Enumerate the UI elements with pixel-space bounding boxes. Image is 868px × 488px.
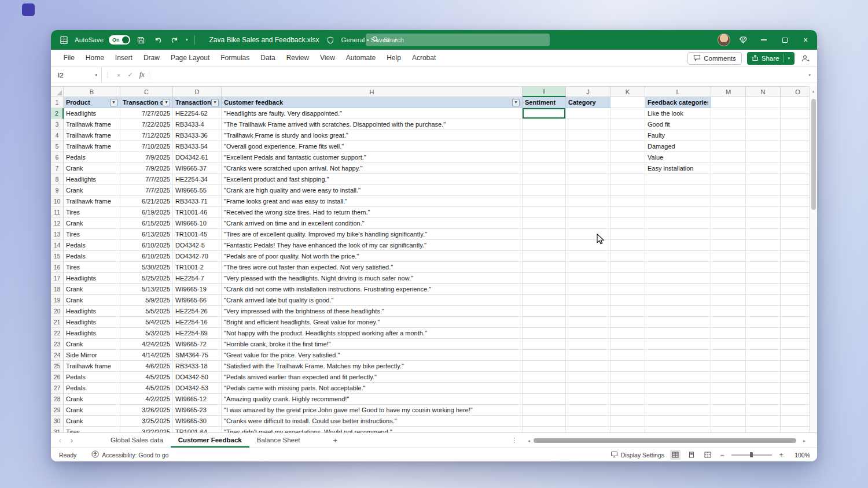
cell-H16[interactable]: "The tires wore out faster than expected… [222,262,523,273]
cell-K31[interactable] [610,427,645,432]
search-box[interactable]: Search [366,34,550,46]
cell-J17[interactable] [566,273,610,284]
cell-L21[interactable] [645,317,711,328]
cell-B15[interactable]: Pedals [64,251,120,262]
cell-I15[interactable] [523,251,566,262]
cell-D4[interactable]: RB3433-36 [173,130,222,141]
cell-L16[interactable] [645,262,711,273]
cell-L31[interactable] [645,427,711,432]
cell-N10[interactable] [746,196,781,207]
cell-L23[interactable] [645,339,711,350]
ready-status[interactable]: Ready [59,452,76,459]
cell-I24[interactable] [523,350,566,361]
cell-B24[interactable]: Side Mirror [64,350,120,361]
column-header-M[interactable]: M [711,87,746,97]
cell-M21[interactable] [711,317,746,328]
cell-C11[interactable]: 6/19/2025 [120,207,173,218]
cell-M15[interactable] [711,251,746,262]
cell-C16[interactable]: 5/30/2025 [120,262,173,273]
sheet-tab-customer-feedback[interactable]: Customer Feedback [171,433,249,448]
save-icon[interactable] [135,34,147,46]
row-header-1[interactable]: 1 [51,97,64,108]
cell-J8[interactable] [566,174,610,185]
cell-H5[interactable]: "Overall good experience. Frame fits wel… [222,141,523,152]
header-cell-transaction-da[interactable]: Transaction da▾ [120,97,173,108]
cell-N3[interactable] [746,119,781,130]
cell-I26[interactable] [523,372,566,383]
cell-D27[interactable]: DO4342-53 [173,383,222,394]
cell-N27[interactable] [746,383,781,394]
cell-J23[interactable] [566,339,610,350]
cell-M18[interactable] [711,284,746,295]
cell-B23[interactable]: Crank [64,339,120,350]
cell-J5[interactable] [566,141,610,152]
cell-H9[interactable]: "Crank are high quality and were easy to… [222,185,523,196]
cell-I9[interactable] [523,185,566,196]
redo-chevron-icon[interactable]: ▾ [186,38,188,42]
cell-H14[interactable]: "Fantastic Pedals! They have enhanced th… [222,240,523,251]
cell-N18[interactable] [746,284,781,295]
cell-B3[interactable]: Trailhawk frame [64,119,120,130]
cell-H12[interactable]: "Crank arrived on time and in excellent … [222,218,523,229]
column-header-L[interactable]: L [645,87,711,97]
cell-L3[interactable]: Good fit [645,119,711,130]
cell-N15[interactable] [746,251,781,262]
cell-H23[interactable]: "Horrible crank, broke it the first time… [222,339,523,350]
sheet-tab-global-sales-data[interactable]: Global Sales data [103,433,171,448]
cell-J26[interactable] [566,372,610,383]
cell-M19[interactable] [711,295,746,306]
menu-tab-draw[interactable]: Draw [138,50,165,66]
cell-L18[interactable] [645,284,711,295]
cell-K25[interactable] [610,361,645,372]
cell-K5[interactable] [610,141,645,152]
cell-M25[interactable] [711,361,746,372]
cell-N21[interactable] [746,317,781,328]
cell-B19[interactable]: Crank [64,295,120,306]
cell-D12[interactable]: WI9665-10 [173,218,222,229]
cell-C14[interactable]: 6/10/2025 [120,240,173,251]
cell-J20[interactable] [566,306,610,317]
cell-L25[interactable] [645,361,711,372]
close-button[interactable]: × [795,30,816,50]
cell-L27[interactable] [645,383,711,394]
cell-H21[interactable]: "Bright and efficient headlights. Great … [222,317,523,328]
share-button[interactable]: Share ▾ [747,52,795,65]
cell-J6[interactable] [566,152,610,163]
cell-D21[interactable]: HE2254-16 [173,317,222,328]
cell-B9[interactable]: Crank [64,185,120,196]
cell-N4[interactable] [746,130,781,141]
cell-K8[interactable] [610,174,645,185]
cell-K20[interactable] [610,306,645,317]
cell-J21[interactable] [566,317,610,328]
cell-J31[interactable] [566,427,610,432]
cell-L28[interactable] [645,394,711,405]
cell-H24[interactable]: "Great value for the price. Very satisfi… [222,350,523,361]
menu-tab-data[interactable]: Data [255,50,281,66]
cell-K7[interactable] [610,163,645,174]
cell-K13[interactable] [610,229,645,240]
cancel-entry-icon[interactable]: × [113,72,124,79]
cell-M6[interactable] [711,152,746,163]
cell-K10[interactable] [610,196,645,207]
filter-button-H[interactable]: ▾ [512,99,520,106]
cell-I17[interactable] [523,273,566,284]
cell-J27[interactable] [566,383,610,394]
row-header-5[interactable]: 5 [51,141,64,152]
cell-D11[interactable]: TR1001-46 [173,207,222,218]
cell-C6[interactable]: 7/9/2025 [120,152,173,163]
cell-K18[interactable] [610,284,645,295]
cell-L19[interactable] [645,295,711,306]
cell-D30[interactable]: WI9665-30 [173,416,222,427]
row-header-25[interactable]: 25 [51,361,64,372]
cell-M16[interactable] [711,262,746,273]
cell-I7[interactable] [523,163,566,174]
row-header-15[interactable]: 15 [51,251,64,262]
cell-N12[interactable] [746,218,781,229]
cell-D3[interactable]: RB3433-4 [173,119,222,130]
menu-tab-page-layout[interactable]: Page Layout [165,50,215,66]
cell-D13[interactable]: TR1001-45 [173,229,222,240]
cell-H10[interactable]: "Frame looks great and was easy to insta… [222,196,523,207]
column-header-N[interactable]: N [746,87,781,97]
cell-L2[interactable]: Like the look [645,108,711,119]
cell-I4[interactable] [523,130,566,141]
